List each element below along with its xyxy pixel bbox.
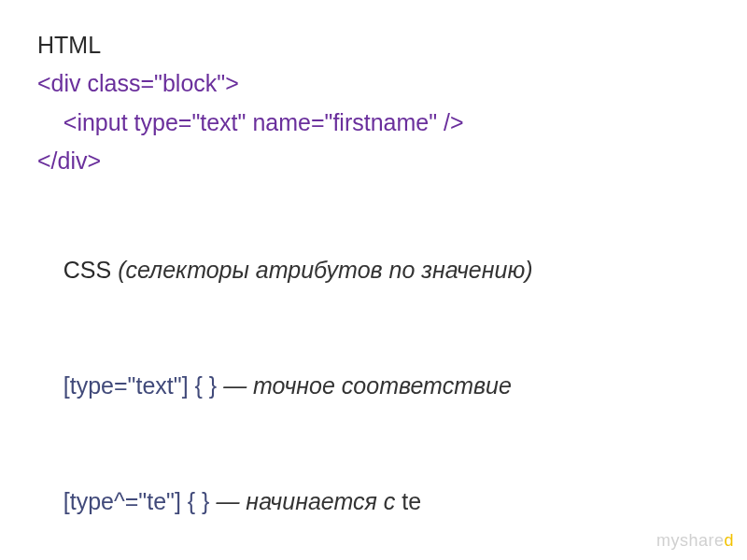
code-line-input: <input type="text" name="firstname" /> <box>37 104 710 142</box>
watermark-text-right: d <box>724 531 734 550</box>
slide-content: HTML <div class="block"> <input type="te… <box>0 0 747 560</box>
css-heading-italic: (селекторы атрибутов по значению) <box>118 257 532 283</box>
code-line-div-close: </div> <box>37 142 710 180</box>
selector-exact: [type="text"] { } — точное соответствие <box>37 329 710 444</box>
css-heading-prefix: CSS <box>63 257 118 283</box>
selector-starts-code: [type^="te"] { } <box>63 488 217 514</box>
html-heading: HTML <box>37 26 710 64</box>
blank-line <box>37 180 710 213</box>
selector-starts: [type^="te"] { } — начинается с te <box>37 444 710 560</box>
selector-starts-desc-a: — начинается с <box>216 488 402 514</box>
watermark-text-left: myshare <box>656 531 725 550</box>
css-heading: CSS (селекторы атрибутов по значению) <box>37 213 710 329</box>
selector-exact-desc: — точное соответствие <box>223 372 512 399</box>
code-line-div-open: <div class="block"> <box>37 64 710 103</box>
selector-starts-desc-b: te <box>402 488 421 514</box>
selector-exact-code: [type="text"] { } <box>63 372 223 399</box>
watermark: myshared <box>656 531 734 551</box>
